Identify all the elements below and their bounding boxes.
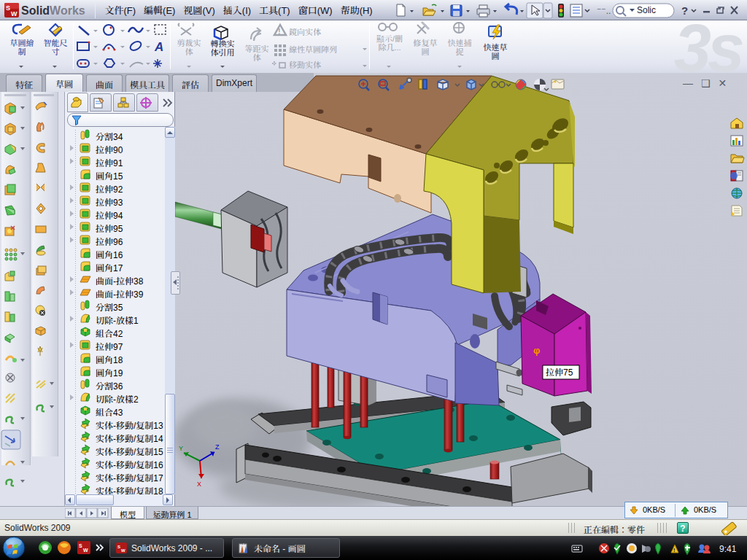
svg-text:!: ! [673, 547, 676, 553]
svg-text:W: W [121, 548, 125, 553]
svg-text:S: S [117, 545, 120, 549]
svg-text:W: W [11, 10, 18, 18]
svg-text:S: S [6, 4, 10, 12]
svg-text:S: S [79, 543, 82, 548]
svg-text:Y: Y [179, 445, 183, 452]
svg-text:!: ! [278, 27, 281, 36]
svg-text:⁻⁻..: ⁻⁻.. [597, 6, 611, 16]
svg-text:9:41: 9:41 [719, 544, 737, 554]
svg-text:X: X [197, 481, 201, 488]
svg-text:A: A [154, 40, 163, 54]
svg-text:Solic: Solic [637, 5, 656, 15]
svg-text:W: W [83, 548, 88, 553]
svg-text:φ: φ [533, 345, 540, 356]
svg-text:SolidWorks: SolidWorks [21, 4, 85, 17]
svg-text:Z: Z [215, 443, 220, 451]
svg-text:拉伸75: 拉伸75 [546, 368, 573, 378]
